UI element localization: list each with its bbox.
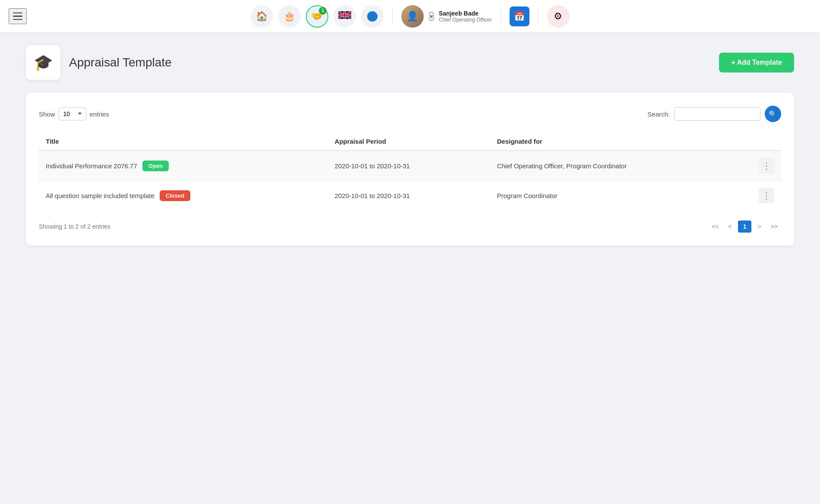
row-1-title: Individual Performance 2076.77	[46, 162, 137, 170]
gear-icon: ⚙	[554, 11, 562, 22]
title-cell-1: Individual Performance 2076.77 Open	[46, 161, 321, 171]
handshake-nav-button[interactable]: 🤝 1	[306, 5, 328, 28]
handshake-badge: 1	[319, 7, 327, 15]
row-2-period: 2020-10-01 to 2020-10-31	[328, 181, 490, 211]
graduation-cap-icon: 🎓	[34, 54, 53, 72]
table-header: Title Appraisal Period Designated for	[39, 132, 781, 151]
table-row: Individual Performance 2076.77 Open 2020…	[39, 151, 781, 181]
add-template-button[interactable]: + Add Template	[719, 53, 794, 72]
hamburger-menu[interactable]	[9, 8, 27, 25]
avatar: 👤	[401, 5, 424, 28]
birthday-nav-button[interactable]: 🎂	[278, 5, 301, 28]
page-icon-box: 🎓	[26, 45, 60, 80]
birthday-icon: 🎂	[284, 11, 295, 22]
hamburger-line-2	[13, 16, 22, 17]
pagination-prev-button[interactable]: <	[725, 220, 735, 233]
row-1-actions: ⋮	[752, 151, 781, 181]
home-icon: 🏠	[256, 11, 268, 22]
show-entries-control: Show 10 25 50 100 entries	[39, 107, 109, 120]
row-2-more-button[interactable]: ⋮	[759, 188, 774, 203]
title-cell-2: All question sample included template Cl…	[46, 190, 321, 201]
table-footer: Showing 1 to 2 of 2 entries << < 1 > >>	[39, 220, 781, 233]
nav-divider	[392, 8, 393, 25]
row-2-title: All question sample included template	[46, 192, 155, 199]
search-area: Search: 🔍	[647, 106, 781, 122]
hamburger-line-1	[13, 13, 22, 14]
calendar-button[interactable]: 📅	[509, 6, 529, 26]
row-1-period: 2020-10-01 to 2020-10-31	[328, 151, 490, 181]
status-badge-open: Open	[142, 161, 169, 171]
pagination-next-button[interactable]: >	[754, 220, 764, 233]
entries-per-page-select[interactable]: 10 25 50 100	[59, 107, 86, 120]
page-content: 🎓 Appraisal Template + Add Template Show…	[0, 32, 820, 258]
page-header-left: 🎓 Appraisal Template	[26, 45, 172, 80]
user-dropdown-toggle[interactable]: ▾	[429, 12, 434, 21]
row-2-designated: Program Coordinator	[490, 181, 752, 211]
row-2-title-cell: All question sample included template Cl…	[39, 181, 328, 211]
navbar-left	[9, 8, 27, 25]
pagination: << < 1 > >>	[708, 220, 781, 233]
navbar: 🏠 🎂 🤝 1 👤 ▾	[0, 0, 820, 32]
nav-divider-3	[538, 8, 538, 25]
circle-nav-button[interactable]	[361, 5, 384, 28]
entries-label: entries	[90, 110, 109, 118]
col-actions	[752, 132, 781, 151]
pagination-first-button[interactable]: <<	[708, 220, 722, 233]
showing-text: Showing 1 to 2 of 2 entries	[39, 223, 110, 230]
appraisal-table: Title Appraisal Period Designated for In…	[39, 132, 781, 210]
calendar-icon: 📅	[514, 11, 525, 22]
col-title: Title	[39, 132, 328, 151]
search-input[interactable]	[674, 107, 760, 121]
table-card: Show 10 25 50 100 entries Search: 🔍	[26, 93, 794, 246]
uk-flag-icon	[338, 11, 351, 22]
user-role: Chief Operating Officer	[439, 17, 492, 23]
settings-button[interactable]: ⚙	[547, 5, 569, 28]
col-period: Appraisal Period	[328, 132, 490, 151]
table-row: All question sample included template Cl…	[39, 181, 781, 211]
row-2-actions: ⋮	[752, 181, 781, 211]
user-info: Sanjeeb Bade Chief Operating Officer	[439, 10, 492, 23]
pagination-last-button[interactable]: >>	[767, 220, 781, 233]
user-name: Sanjeeb Bade	[439, 10, 492, 17]
table-body: Individual Performance 2076.77 Open 2020…	[39, 151, 781, 210]
navbar-center-icons: 🏠 🎂 🤝 1 👤 ▾	[251, 5, 570, 28]
nav-divider-2	[500, 8, 501, 25]
circle-icon	[367, 11, 378, 22]
show-label: Show	[39, 110, 55, 118]
search-icon: 🔍	[769, 110, 777, 118]
row-1-title-cell: Individual Performance 2076.77 Open	[39, 151, 328, 181]
pagination-current-button[interactable]: 1	[738, 220, 752, 233]
uk-flag-nav-button[interactable]	[334, 5, 356, 28]
page-title: Appraisal Template	[69, 56, 172, 69]
search-label: Search:	[647, 110, 670, 118]
hamburger-line-3	[13, 19, 22, 20]
row-1-more-button[interactable]: ⋮	[759, 158, 774, 173]
avatar-placeholder: 👤	[407, 11, 418, 22]
table-header-row: Title Appraisal Period Designated for	[39, 132, 781, 151]
search-button[interactable]: 🔍	[765, 106, 781, 122]
page-header: 🎓 Appraisal Template + Add Template	[26, 45, 794, 80]
home-nav-button[interactable]: 🏠	[251, 5, 273, 28]
status-badge-closed: Closed	[160, 190, 190, 201]
table-controls: Show 10 25 50 100 entries Search: 🔍	[39, 106, 781, 122]
row-1-designated: Chief Operating Officer, Program Coordin…	[490, 151, 752, 181]
col-designated: Designated for	[490, 132, 752, 151]
